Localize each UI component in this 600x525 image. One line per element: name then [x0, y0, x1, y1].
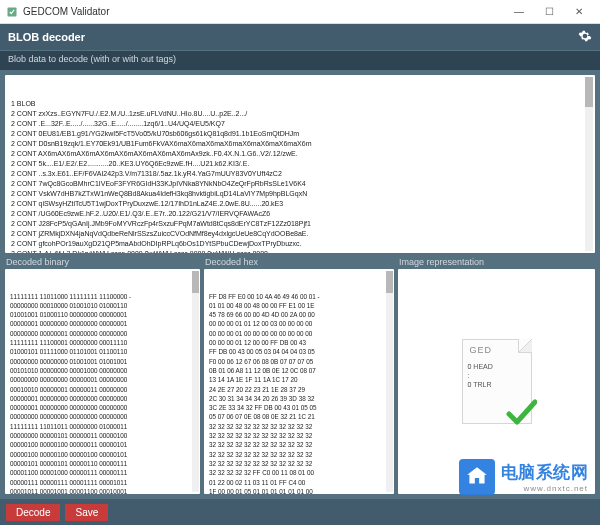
- maximize-button[interactable]: ☐: [534, 2, 564, 22]
- save-button[interactable]: Save: [65, 504, 108, 521]
- scrollbar-thumb[interactable]: [386, 271, 393, 293]
- blob-input-panel[interactable]: 1 BLOB 2 CONT zxXzs..EGYN7FU./.E2.M./U..…: [5, 75, 595, 253]
- ged-dots: :: [468, 372, 526, 379]
- panel-header: BLOB decoder: [0, 24, 600, 50]
- app-icon: [6, 6, 18, 18]
- blob-input-label: Blob data to decode (with or with out ta…: [0, 50, 600, 70]
- settings-gear-icon[interactable]: [578, 29, 592, 45]
- footer-bar: Decode Save: [0, 499, 600, 525]
- scrollbar[interactable]: [192, 271, 199, 492]
- checkmark-icon: [505, 396, 537, 428]
- decoded-binary-panel[interactable]: 11111111 11011000 11111111 11100000 - 00…: [5, 269, 200, 494]
- scrollbar[interactable]: [386, 271, 393, 492]
- window-title: GEDCOM Validator: [23, 6, 504, 17]
- image-representation-label: Image representation: [398, 257, 595, 267]
- panel-title: BLOB decoder: [8, 31, 85, 43]
- decoded-hex-panel[interactable]: FF D8 FF E0 00 10 4A 46 49 46 00 01 - 01…: [204, 269, 394, 494]
- scrollbar-thumb[interactable]: [585, 77, 593, 107]
- decode-button[interactable]: Decode: [6, 504, 60, 521]
- ged-line-head: 0 HEAD: [468, 363, 526, 370]
- decoded-binary-label: Decoded binary: [5, 257, 200, 267]
- close-button[interactable]: ✕: [564, 2, 594, 22]
- image-representation-panel: GED 0 HEAD : 0 TRLR: [398, 269, 595, 494]
- window-titlebar: GEDCOM Validator — ☐ ✕: [0, 0, 600, 24]
- ged-line-trlr: 0 TRLR: [468, 381, 526, 388]
- decoded-hex-label: Decoded hex: [204, 257, 394, 267]
- scrollbar-thumb[interactable]: [192, 271, 199, 293]
- window-controls: — ☐ ✕: [504, 2, 594, 22]
- ged-file-icon: GED 0 HEAD : 0 TRLR: [462, 339, 532, 424]
- scrollbar[interactable]: [585, 77, 593, 251]
- minimize-button[interactable]: —: [504, 2, 534, 22]
